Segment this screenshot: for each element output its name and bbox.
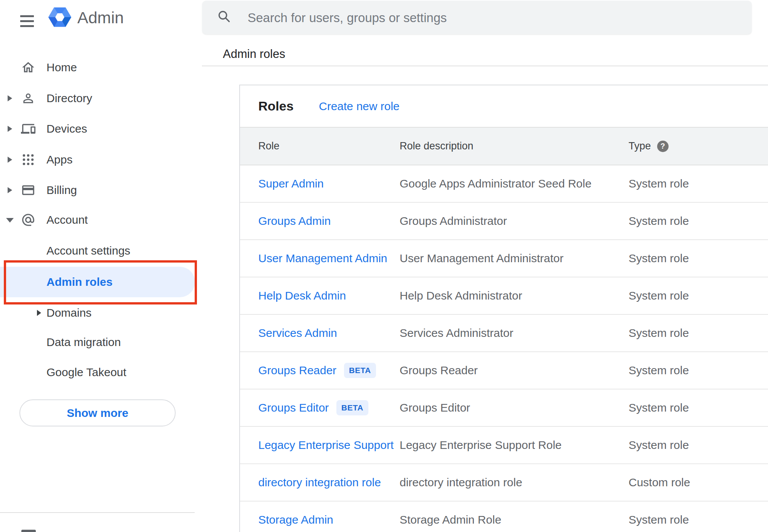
show-more-label: Show more xyxy=(67,407,128,420)
sidebar-item-google-takeout[interactable]: Google Takeout xyxy=(0,361,202,384)
sidebar-item-label: Billing xyxy=(46,184,77,197)
table-row: Groups Reader BETA Groups Reader System … xyxy=(240,352,768,389)
at-sign-icon xyxy=(21,213,35,227)
role-cell: Groups Admin xyxy=(258,215,400,228)
sidebar-item-label: Directory xyxy=(46,92,92,105)
role-link[interactable]: Groups Admin xyxy=(258,215,331,228)
content-divider xyxy=(202,66,768,66)
role-type: System role xyxy=(629,289,768,302)
role-type: System role xyxy=(629,401,768,414)
roles-table-body: Super Admin Google Apps Administrator Se… xyxy=(240,165,768,532)
hamburger-bar xyxy=(20,15,34,17)
sidebar-item-billing[interactable]: Billing xyxy=(0,179,202,202)
table-row: Services Admin Services Administrator Sy… xyxy=(240,315,768,352)
role-link[interactable]: Services Admin xyxy=(258,327,337,340)
sidebar-item-directory[interactable]: Directory xyxy=(0,87,202,110)
role-type: System role xyxy=(629,364,768,377)
sidebar-item-apps[interactable]: Apps xyxy=(0,148,202,171)
role-description: Storage Admin Role xyxy=(400,513,629,526)
sidebar-item-account-settings[interactable]: Account settings xyxy=(0,239,202,262)
sidebar-item-label: Admin roles xyxy=(46,276,112,288)
home-icon xyxy=(21,60,35,75)
roles-card-header: Roles Create new role xyxy=(240,85,768,127)
hamburger-bar xyxy=(20,25,34,27)
sidebar-item-label: Account settings xyxy=(46,244,130,257)
role-link[interactable]: Legacy Enterprise Support xyxy=(258,439,394,452)
clipped-bottom-icon xyxy=(21,530,36,532)
role-cell: Legacy Enterprise Support xyxy=(258,439,400,452)
role-link[interactable]: Storage Admin xyxy=(258,513,333,526)
role-link[interactable]: Help Desk Admin xyxy=(258,289,346,302)
role-type: System role xyxy=(629,215,768,228)
role-cell: Groups Editor BETA xyxy=(258,400,400,415)
sidebar-item-devices[interactable]: Devices xyxy=(0,117,202,140)
menu-hamburger-button[interactable] xyxy=(20,15,34,27)
table-row: Storage Admin Storage Admin Role System … xyxy=(240,502,768,532)
chevron-right-icon[interactable] xyxy=(37,310,41,316)
chevron-right-icon[interactable] xyxy=(8,187,12,193)
sidebar-divider xyxy=(0,512,195,513)
roles-card: Roles Create new role Role Role descript… xyxy=(239,85,768,532)
sidebar-item-domains[interactable]: Domains xyxy=(0,301,202,324)
role-type: Custom role xyxy=(629,476,768,489)
person-icon xyxy=(21,91,35,106)
sidebar-item-admin-roles[interactable]: Admin roles xyxy=(0,267,195,297)
role-link[interactable]: directory integration role xyxy=(258,476,381,489)
role-link[interactable]: Super Admin xyxy=(258,177,324,190)
search-input[interactable] xyxy=(247,1,736,35)
chevron-right-icon[interactable] xyxy=(8,126,12,132)
role-cell: Services Admin xyxy=(258,327,400,340)
role-type: System role xyxy=(629,177,768,190)
role-link[interactable]: User Management Admin xyxy=(258,252,387,265)
search-bar[interactable] xyxy=(202,1,752,34)
table-row: Groups Editor BETA Groups Editor System … xyxy=(240,389,768,427)
role-cell: Storage Admin xyxy=(258,513,400,526)
sidebar-item-label: Account xyxy=(46,213,88,226)
role-type: System role xyxy=(629,327,768,340)
column-header-role: Role xyxy=(258,140,400,152)
help-question-icon[interactable]: ? xyxy=(657,141,669,152)
role-link[interactable]: Groups Reader xyxy=(258,364,336,377)
sidebar-item-label: Devices xyxy=(46,122,87,135)
sidebar-item-account[interactable]: Account xyxy=(0,208,202,231)
role-description: Groups Reader xyxy=(400,364,629,377)
brand-title: Admin xyxy=(77,8,124,27)
devices-icon xyxy=(21,122,35,136)
chevron-down-icon[interactable] xyxy=(6,218,14,223)
table-row: directory integration role directory int… xyxy=(240,464,768,502)
role-description: Help Desk Administrator xyxy=(400,289,629,302)
table-row: Help Desk Admin Help Desk Administrator … xyxy=(240,277,768,315)
role-description: Groups Administrator xyxy=(400,215,629,228)
roles-table-header: Role Role description Type ? xyxy=(240,127,768,165)
table-row: User Management Admin User Management Ad… xyxy=(240,240,768,277)
role-cell: Help Desk Admin xyxy=(258,289,400,302)
beta-badge: BETA xyxy=(344,363,376,378)
billing-card-icon xyxy=(21,183,35,197)
role-description: User Management Administrator xyxy=(400,252,629,265)
sidebar-item-label: Domains xyxy=(46,306,91,319)
beta-badge: BETA xyxy=(336,400,368,415)
role-type: System role xyxy=(629,513,768,526)
role-description: Legacy Enterprise Support Role xyxy=(400,439,629,452)
search-icon xyxy=(217,10,231,23)
sidebar-item-label: Home xyxy=(46,61,77,74)
chevron-right-icon[interactable] xyxy=(8,157,12,163)
role-type: System role xyxy=(629,252,768,265)
role-cell: directory integration role xyxy=(258,476,400,489)
chevron-right-icon[interactable] xyxy=(8,95,12,101)
role-cell: User Management Admin xyxy=(258,252,400,265)
create-new-role-link[interactable]: Create new role xyxy=(319,100,400,113)
table-row: Legacy Enterprise Support Legacy Enterpr… xyxy=(240,427,768,464)
sidebar-item-label: Data migration xyxy=(46,336,121,349)
role-description: Google Apps Administrator Seed Role xyxy=(400,177,629,190)
role-link[interactable]: Groups Editor xyxy=(258,401,329,414)
sidebar-item-home[interactable]: Home xyxy=(0,56,202,79)
role-cell: Groups Reader BETA xyxy=(258,363,400,378)
sidebar-item-label: Apps xyxy=(46,153,72,166)
sidebar-item-label: Google Takeout xyxy=(46,366,126,379)
sidebar-item-data-migration[interactable]: Data migration xyxy=(0,331,202,354)
role-description: directory integration role xyxy=(400,476,629,489)
show-more-button[interactable]: Show more xyxy=(19,399,176,426)
apps-grid-icon xyxy=(21,152,35,167)
column-header-type: Type ? xyxy=(629,140,768,152)
